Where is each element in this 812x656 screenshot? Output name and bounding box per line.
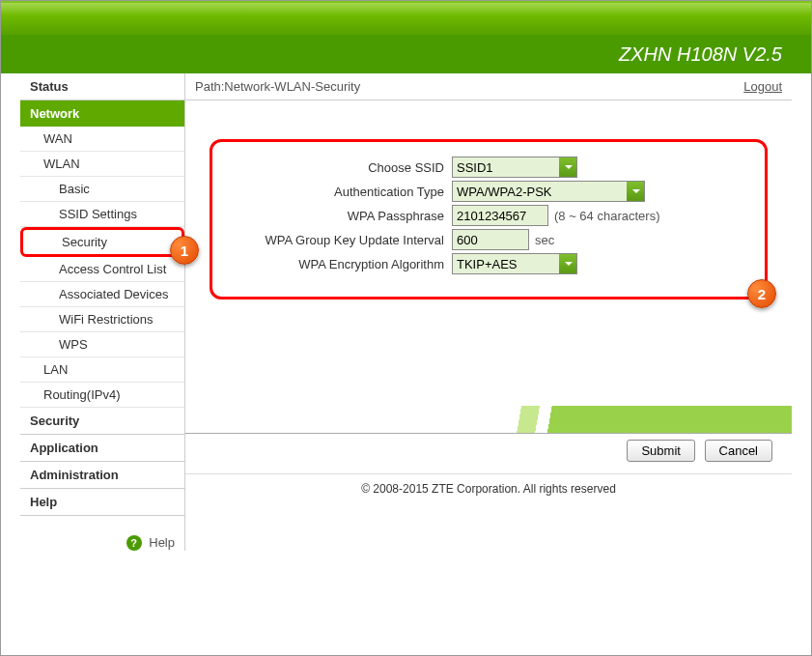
help-icon: ?: [126, 535, 142, 551]
sidebar-item-administration[interactable]: Administration: [20, 462, 184, 489]
sidebar-item-status[interactable]: Status: [20, 73, 184, 100]
sidebar-item-security[interactable]: Security 1: [20, 227, 184, 257]
input-group-key-interval[interactable]: [452, 229, 529, 250]
sidebar-item-label: Security: [62, 235, 107, 249]
copyright-text: © 2008-2015 ZTE Corporation. All rights …: [185, 473, 792, 496]
logout-link[interactable]: Logout: [743, 79, 782, 94]
sidebar: Status Network WAN WLAN Basic SSID Setti…: [20, 73, 184, 551]
device-title: ZXHN H108N V2.5: [619, 43, 782, 65]
sidebar-item-routing-ipv4[interactable]: Routing(IPv4): [20, 383, 184, 408]
sidebar-item-lan[interactable]: LAN: [20, 357, 184, 383]
breadcrumb: Path:Network-WLAN-Security: [195, 79, 360, 94]
callout-badge-1: 1: [170, 236, 199, 265]
sidebar-item-associated-devices[interactable]: Associated Devices: [20, 282, 184, 307]
help-label: Help: [149, 535, 175, 550]
sidebar-item-access-control-list[interactable]: Access Control List: [20, 257, 184, 282]
select-auth-type[interactable]: WPA/WPA2-PSK: [452, 181, 645, 202]
sidebar-item-basic[interactable]: Basic: [20, 177, 184, 202]
sidebar-item-help[interactable]: Help: [20, 489, 184, 516]
sidebar-item-wps[interactable]: WPS: [20, 332, 184, 357]
label-encryption-algo: WPA Encryption Algorithm: [222, 257, 444, 271]
sidebar-item-network[interactable]: Network: [20, 100, 184, 127]
unit-seconds: sec: [535, 233, 554, 247]
top-gradient-band: [1, 1, 811, 35]
label-auth-type: Authentication Type: [222, 185, 444, 199]
hint-passphrase: (8 ~ 64 characters): [554, 209, 659, 223]
label-choose-ssid: Choose SSID: [222, 160, 444, 175]
sidebar-item-security-top[interactable]: Security: [20, 408, 184, 435]
bottom-bar: Submit Cancel: [185, 433, 792, 468]
label-group-key-interval: WPA Group Key Update Interval: [222, 233, 444, 247]
angled-divider: [185, 406, 792, 433]
submit-button[interactable]: Submit: [627, 440, 694, 462]
title-bar: ZXHN H108N V2.5: [1, 35, 811, 73]
main-panel: Path:Network-WLAN-Security Logout Choose…: [184, 73, 792, 551]
sidebar-item-wifi-restrictions[interactable]: WiFi Restrictions: [20, 307, 184, 332]
sidebar-item-ssid-settings[interactable]: SSID Settings: [20, 202, 184, 227]
sidebar-item-wlan[interactable]: WLAN: [20, 152, 184, 177]
callout-badge-2: 2: [747, 279, 776, 308]
sidebar-item-application[interactable]: Application: [20, 435, 184, 462]
input-wpa-passphrase[interactable]: [452, 205, 548, 226]
cancel-button[interactable]: Cancel: [705, 440, 772, 462]
security-form-box: Choose SSID SSID1 Authentication Type WP…: [210, 139, 768, 299]
sidebar-item-wan[interactable]: WAN: [20, 127, 184, 152]
help-link-row[interactable]: ? Help: [20, 516, 184, 551]
label-wpa-passphrase: WPA Passphrase: [222, 209, 444, 223]
select-choose-ssid[interactable]: SSID1: [452, 157, 577, 178]
select-encryption-algo[interactable]: TKIP+AES: [452, 253, 577, 274]
